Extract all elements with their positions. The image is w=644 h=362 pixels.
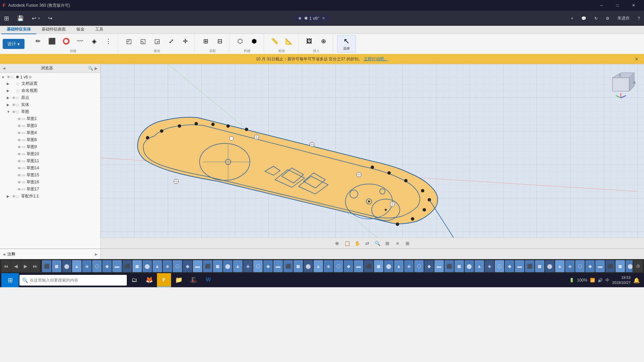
history-item[interactable]: ⬛ bbox=[122, 260, 132, 272]
eye-icon[interactable]: 👁 bbox=[17, 173, 21, 177]
design-button[interactable]: 设计 ▾ bbox=[3, 39, 24, 49]
firefox-btn[interactable]: 🦊 bbox=[142, 273, 156, 287]
tree-arrow[interactable]: ▼ bbox=[7, 110, 11, 114]
assemble-btn2[interactable]: ⊟ bbox=[213, 35, 226, 48]
announcement-close[interactable]: ✕ bbox=[635, 56, 639, 62]
taskbar-search[interactable]: 🔍 bbox=[19, 275, 127, 286]
search-input[interactable] bbox=[30, 278, 124, 283]
tab-sheet[interactable]: 钣金 bbox=[71, 25, 90, 34]
extrude-btn[interactable]: ⬛ bbox=[45, 35, 59, 48]
eye-icon[interactable]: 👁 bbox=[17, 166, 21, 170]
history-item[interactable]: ◈ bbox=[565, 260, 575, 272]
history-item[interactable]: ◈ bbox=[82, 260, 92, 272]
history-item[interactable]: ◆ bbox=[344, 260, 353, 272]
tree-item[interactable]: ▶□命名视图 bbox=[0, 87, 100, 94]
grid-menu[interactable]: ⊞ bbox=[0, 11, 13, 26]
tree-item[interactable]: 👁▭草图17 bbox=[0, 186, 100, 193]
panel-expand-icon[interactable]: ▶ bbox=[95, 66, 98, 71]
tree-arrow[interactable]: ▶ bbox=[7, 96, 11, 100]
eye-icon[interactable]: 👁 bbox=[17, 180, 21, 184]
history-item[interactable]: ⬛ bbox=[42, 260, 51, 272]
tree-arrow[interactable]: ▼ bbox=[1, 75, 6, 79]
eye-icon[interactable]: 👁 bbox=[12, 194, 16, 198]
fusion360-btn[interactable]: F bbox=[157, 273, 171, 287]
redo-btn[interactable]: ↪ bbox=[44, 11, 56, 26]
history-item[interactable]: ◈ bbox=[163, 260, 172, 272]
history-end-btn[interactable]: ⏭ bbox=[31, 260, 40, 272]
handle-top-right[interactable] bbox=[310, 142, 314, 147]
eye-icon[interactable]: 👁 bbox=[12, 103, 16, 107]
history-item[interactable]: ⬛ bbox=[605, 260, 615, 272]
display-btn2[interactable]: ≡ bbox=[393, 239, 401, 247]
insert-btn2[interactable]: ⊕ bbox=[317, 35, 330, 48]
history-item[interactable]: ▲ bbox=[394, 260, 404, 272]
history-item[interactable]: ▬ bbox=[354, 260, 363, 272]
close-tab-icon[interactable]: ✕ bbox=[322, 16, 325, 20]
tab-surface[interactable]: 基础特征曲面 bbox=[36, 25, 71, 34]
minimize-button[interactable]: ─ bbox=[594, 0, 609, 11]
tree-item[interactable]: 👁▭草图4 bbox=[0, 129, 100, 136]
history-item[interactable]: ⬡ bbox=[253, 260, 263, 272]
tree-item[interactable]: 👁▭草图8 bbox=[0, 136, 100, 143]
history-item[interactable]: ◈ bbox=[243, 260, 253, 272]
tree-item[interactable]: 👁▭草图15 bbox=[0, 172, 100, 179]
history-item[interactable]: ⬡ bbox=[414, 260, 424, 272]
history-next-btn[interactable]: ▶ bbox=[21, 260, 30, 272]
tree-item[interactable]: 👁▭草图11 bbox=[0, 158, 100, 165]
notes-collapse-icon[interactable]: ◀ bbox=[3, 252, 5, 256]
tree-item[interactable]: 👁▭草图10 bbox=[0, 150, 100, 158]
viewport[interactable]: 上 右 ⊕ 📋 ✋ ⇄ 🔍 ⊞ ≡ ⊞ bbox=[101, 64, 644, 248]
history-item[interactable]: ◼ bbox=[52, 260, 61, 272]
history-item[interactable]: ◈ bbox=[485, 260, 494, 272]
history-item[interactable]: ⬛ bbox=[283, 260, 293, 272]
display-btn1[interactable]: ⊞ bbox=[383, 239, 391, 247]
history-item[interactable]: ◼ bbox=[615, 260, 625, 272]
display-btn3[interactable]: ⊞ bbox=[404, 239, 412, 247]
tree-item[interactable]: ▶□文档设置 bbox=[0, 80, 100, 87]
history-item[interactable]: ◆ bbox=[505, 260, 514, 272]
tree-item[interactable]: ▼👁□草图 bbox=[0, 108, 100, 115]
snap-btn[interactable]: ⊕ bbox=[333, 239, 341, 247]
history-item[interactable]: ⬡ bbox=[575, 260, 585, 272]
tree-arrow[interactable]: ▶ bbox=[7, 103, 11, 107]
user-menu[interactable]: 朱进亦 bbox=[613, 11, 634, 26]
word-btn[interactable]: W bbox=[201, 273, 215, 287]
history-item[interactable]: ▲ bbox=[555, 260, 565, 272]
refresh-btn[interactable]: ↻ bbox=[590, 11, 602, 26]
cube-navigator[interactable]: 上 右 bbox=[606, 69, 636, 100]
history-item[interactable]: ◼ bbox=[535, 260, 544, 272]
gear-icon[interactable]: ⚙ bbox=[29, 75, 32, 79]
chat-btn[interactable]: 💬 bbox=[577, 11, 590, 26]
history-item[interactable]: ▬ bbox=[193, 260, 202, 272]
tree-arrow[interactable]: ▶ bbox=[7, 194, 11, 198]
history-item[interactable]: ◆ bbox=[102, 260, 112, 272]
active-tab[interactable]: ✱ ✱ 1 v6° ✕ bbox=[294, 15, 329, 22]
history-item[interactable]: ◆ bbox=[183, 260, 192, 272]
more-create-btn[interactable]: ⋮ bbox=[102, 35, 115, 48]
handle-center-top[interactable] bbox=[254, 135, 259, 139]
sketch-btn[interactable]: ✏ bbox=[31, 35, 45, 48]
history-item[interactable]: ⬤ bbox=[304, 260, 313, 272]
construct-btn1[interactable]: ⬡ bbox=[233, 35, 247, 48]
history-item[interactable]: ◈ bbox=[324, 260, 333, 272]
eye-icon[interactable]: 👁 bbox=[7, 75, 10, 79]
history-item[interactable]: ▬ bbox=[434, 260, 444, 272]
tree-item[interactable]: 👁▭草图14 bbox=[0, 165, 100, 172]
help-btn[interactable]: ? bbox=[634, 11, 644, 26]
fillet-btn[interactable]: ◰ bbox=[122, 35, 136, 48]
history-item[interactable]: ◆ bbox=[263, 260, 273, 272]
tree-item[interactable]: 👁▭草图1 bbox=[0, 115, 100, 122]
zoom-btn[interactable]: 🔍 bbox=[373, 239, 381, 247]
history-item[interactable]: ◈ bbox=[404, 260, 414, 272]
tree-item[interactable]: ▶👁□实体 bbox=[0, 101, 100, 108]
collapse-icon[interactable]: ◀ bbox=[3, 66, 5, 70]
history-item[interactable]: ⬛ bbox=[203, 260, 212, 272]
history-item[interactable]: ◼ bbox=[213, 260, 222, 272]
insert-btn1[interactable]: 🖼 bbox=[303, 35, 316, 48]
history-item[interactable]: ⬤ bbox=[545, 260, 554, 272]
history-item[interactable]: ▲ bbox=[233, 260, 243, 272]
panel-search-icon[interactable]: 🔍 bbox=[88, 66, 93, 71]
history-item[interactable]: ⬤ bbox=[62, 260, 71, 272]
move-btn[interactable]: ✛ bbox=[178, 35, 192, 48]
orbit-btn[interactable]: ⇄ bbox=[363, 239, 371, 247]
